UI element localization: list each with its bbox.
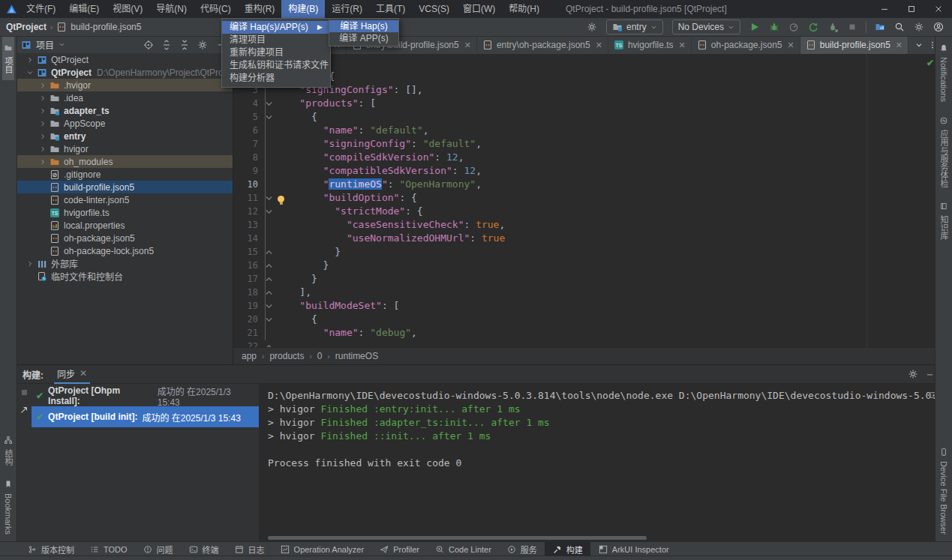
tab-close-icon[interactable]: ✕ (896, 40, 902, 50)
code-line-9[interactable]: 9 "compatibleSdkVersion": 12, (233, 164, 943, 178)
stripe-button-结构[interactable]: 结构 (2, 428, 14, 472)
inspections-ok-icon[interactable]: ✔ (926, 58, 934, 68)
toolwindow-button-日志[interactable]: 日志 (227, 542, 272, 556)
toolwindow-button-TODO[interactable]: TODO (82, 542, 135, 556)
tree-chevron-icon[interactable] (24, 69, 35, 76)
code-line-17[interactable]: 17 } (233, 272, 943, 286)
menu-item[interactable]: 生成私钥和证书请求文件 (222, 59, 330, 72)
settings-gear-icon[interactable] (910, 19, 928, 35)
debug-button[interactable] (765, 19, 783, 35)
locate-file-icon[interactable] (141, 38, 156, 52)
attach-debugger-button[interactable] (824, 19, 842, 35)
fold-marker-icon[interactable] (261, 164, 276, 178)
menu-VCSS[interactable]: VCS(S) (412, 0, 456, 18)
minimize-panel-icon[interactable] (926, 370, 934, 379)
build-settings-gear-icon[interactable] (908, 369, 918, 379)
tab-close-icon[interactable]: ✕ (596, 40, 602, 50)
code-line-12[interactable]: 12 "strictMode": { (233, 205, 943, 218)
code-line-2[interactable]: 2 "app": { (233, 70, 943, 83)
fold-marker-icon[interactable] (261, 205, 276, 218)
project-view-selector[interactable]: 项目 (21, 38, 65, 51)
tree-chevron-icon[interactable] (37, 145, 48, 153)
menu-窗口W[interactable]: 窗口(W) (456, 0, 502, 18)
toolwindow-button-版本控制[interactable]: 版本控制 (20, 542, 82, 556)
toolwindow-button-服务[interactable]: 服务 (499, 542, 545, 556)
tree-chevron-icon[interactable] (24, 56, 35, 64)
toolwindow-button-终端[interactable]: 终端 (181, 542, 227, 556)
tree-chevron-icon[interactable] (37, 82, 48, 89)
fold-marker-icon[interactable] (261, 286, 276, 299)
code-line-16[interactable]: 16 } (233, 259, 943, 272)
editor-tab[interactable]: build-profile.json5✕ (800, 36, 908, 54)
tree-item-hvigor[interactable]: hvigor (17, 142, 233, 155)
tree-chevron-icon[interactable] (37, 158, 48, 166)
module-selector[interactable]: entry (606, 19, 663, 34)
fold-marker-icon[interactable] (261, 97, 276, 110)
tree-item-.hvigor[interactable]: .hvigor (17, 79, 233, 91)
editor-tab[interactable]: entry\oh-package.json5✕ (477, 36, 608, 54)
console-horizontal-scrollbar[interactable] (268, 536, 647, 540)
toolwindow-button-ArkUI-Inspector[interactable]: ArkUI Inspector (590, 542, 677, 556)
stripe-button-项目[interactable]: 项目 (2, 36, 14, 80)
stripe-button-Notifications[interactable]: Notifications (938, 36, 949, 109)
breadcrumb-products[interactable]: products (269, 351, 304, 361)
device-selector[interactable]: No Devices (672, 19, 740, 34)
code-line-19[interactable]: 19 "buildModeSet": [ (233, 299, 943, 313)
menu-item[interactable]: 清理项目 (222, 34, 330, 46)
search-icon[interactable] (890, 19, 908, 35)
build-task-row[interactable]: ✔QtProject [build init]:成功的 在2025/1/3 15… (32, 406, 259, 427)
tree-item-build-profile.json5[interactable]: build-profile.json5 (17, 181, 233, 193)
menu-视图V[interactable]: 视图(V) (106, 0, 149, 18)
tree-item-oh-package-lock.json5[interactable]: oh-package-lock.json5 (17, 244, 233, 257)
editor-tab[interactable]: oh-package.json5✕ (692, 36, 800, 54)
tree-item-AppScope[interactable]: AppScope (17, 117, 233, 130)
fold-marker-icon[interactable] (261, 326, 276, 340)
fold-marker-icon[interactable] (261, 151, 276, 164)
stop-build-icon[interactable] (20, 388, 29, 397)
breadcrumb-0[interactable]: 0 (317, 351, 323, 361)
toolwindow-button-Profiler[interactable]: Profiler (371, 542, 427, 556)
breadcrumb-project[interactable]: QtProject (6, 22, 47, 32)
fold-marker-icon[interactable] (261, 124, 276, 137)
fold-marker-icon[interactable] (261, 272, 276, 286)
toolwindow-button-Code-Linter[interactable]: Code Linter (427, 542, 499, 556)
menu-导航N[interactable]: 导航(N) (149, 0, 194, 18)
fold-marker-icon[interactable] (261, 218, 276, 232)
tree-item-oh-package.json5[interactable]: oh-package.json5 (17, 232, 233, 244)
minimize-button[interactable] (871, 0, 898, 18)
rerun-button[interactable] (804, 19, 822, 35)
submenu-item[interactable]: 编译 APP(s) (329, 32, 398, 44)
tree-item-adapter_ts[interactable]: adapter_ts (17, 104, 233, 117)
tab-close-icon[interactable]: ✕ (788, 40, 794, 50)
tree-chevron-icon[interactable] (37, 133, 48, 140)
menu-item[interactable]: 构建分析器 (222, 72, 330, 85)
tree-chevron-icon[interactable] (37, 107, 48, 115)
code-line-11[interactable]: 11 "buildOption": { (233, 191, 943, 205)
close-button[interactable] (925, 0, 952, 18)
tree-chevron-icon[interactable] (24, 260, 35, 268)
breadcrumb-app[interactable]: app (242, 351, 257, 361)
tree-item-code-linter.json5[interactable]: code-linter.json5 (17, 193, 233, 206)
fold-marker-icon[interactable] (261, 178, 276, 191)
code-editor[interactable]: 1{2 "app": {3 "signingConfigs": [],4 "pr… (233, 54, 943, 348)
environment-gear-icon[interactable] (583, 19, 601, 35)
stripe-button-Device-File-Browser[interactable]: Device File Browser (938, 440, 949, 541)
code-line-10[interactable]: 10 "runtimeOS": "OpenHarmony", (233, 178, 943, 191)
tree-item-.gitignore[interactable]: .gitignore (17, 168, 233, 181)
tree-item-[interactable]: 临时文件和控制台 (17, 270, 233, 283)
menu-代码C[interactable]: 代码(C) (194, 0, 238, 18)
menu-item[interactable]: 重新构建项目 (222, 46, 330, 59)
toolwindow-button-问题[interactable]: 问题 (135, 542, 181, 556)
menu-编辑E[interactable]: 编辑(E) (62, 0, 106, 18)
breadcrumb[interactable]: QtProject › build-profile.json5 (6, 22, 141, 32)
fold-marker-icon[interactable] (261, 259, 276, 272)
toolwindow-button-Operation-Analyzer[interactable]: Operation Analyzer (272, 542, 372, 556)
tree-item-local.properties[interactable]: local.properties (17, 219, 233, 232)
menu-item[interactable]: 编译 Hap(s)/APP(s)▶ (222, 21, 330, 34)
tab-close-icon[interactable]: ✕ (80, 368, 87, 379)
code-line-14[interactable]: 14 "useNormalizedOHMUrl": true (233, 232, 943, 245)
tree-item-entry[interactable]: entry (17, 130, 233, 142)
collapse-all-icon[interactable] (177, 38, 192, 52)
submenu-item[interactable]: 编译 Hap(s) (329, 20, 398, 32)
fold-marker-icon[interactable] (261, 137, 276, 151)
